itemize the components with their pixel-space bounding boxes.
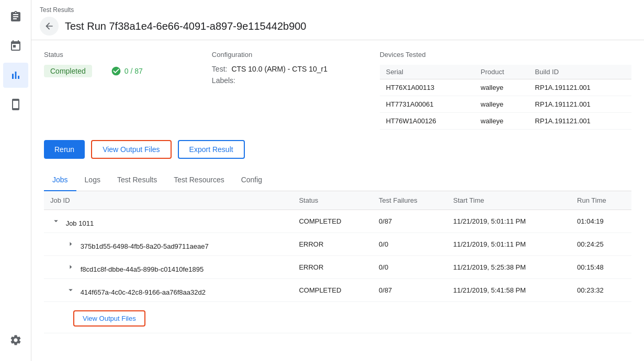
- device-serial: HT7731A00061: [380, 96, 474, 113]
- sidebar-item-phone[interactable]: [3, 92, 28, 117]
- job-status-cell: COMPLETED: [292, 279, 372, 302]
- jobs-col-runtime: Run Time: [571, 191, 631, 210]
- device-row: HT76X1A00113 walleye RP1A.191121.001: [380, 79, 631, 96]
- breadcrumb: Test Results: [40, 6, 631, 14]
- job-start-cell: 11/21/2019, 5:25:38 PM: [447, 256, 571, 279]
- status-badge: Completed: [44, 65, 92, 77]
- chart-icon: [9, 69, 22, 81]
- jobs-table: Job ID Status Test Failures Start Time R…: [44, 191, 631, 333]
- sub-row: 375b1d55-6498-4fb5-8a20-5ad9711aeae7 ERR…: [44, 233, 631, 256]
- config-labels-row: Labels:: [212, 76, 380, 85]
- expand-button[interactable]: [65, 261, 76, 273]
- view-output-files-row: View Output Files: [44, 302, 631, 333]
- job-failures-cell: 0/0: [372, 233, 447, 256]
- job-start-cell: 11/21/2019, 5:41:58 PM: [447, 279, 571, 302]
- devices-col-serial: Serial: [380, 65, 474, 79]
- jobs-col-id: Job ID: [44, 191, 292, 210]
- device-build-id: RP1A.191121.001: [529, 113, 631, 130]
- device-serial: HT76X1A00113: [380, 79, 474, 96]
- sidebar-item-chart[interactable]: [3, 63, 28, 88]
- action-buttons: Rerun View Output Files Export Result: [44, 140, 631, 159]
- job-id-cell: 375b1d55-6498-4fb5-8a20-5ad9711aeae7: [44, 233, 292, 256]
- sub-row: 414f657a-4c0c-42c8-9166-aa76f8aa32d2 COM…: [44, 279, 631, 302]
- content-area: Status Completed 0 / 87 Configuration Te…: [31, 40, 644, 361]
- job-id-label: 375b1d55-6498-4fb5-8a20-5ad9711aeae7: [81, 242, 209, 250]
- job-id-label: 414f657a-4c0c-42c8-9166-aa76f8aa32d2: [81, 288, 206, 296]
- device-serial: HT76W1A00126: [380, 113, 474, 130]
- pass-indicator: 0 / 87: [111, 66, 143, 76]
- status-block: Status Completed 0 / 87: [44, 51, 212, 130]
- job-start-cell: 11/21/2019, 5:01:11 PM: [447, 233, 571, 256]
- job-runtime-cell: 01:04:19: [571, 210, 631, 233]
- device-product: walleye: [474, 113, 529, 130]
- view-output-files-button[interactable]: View Output Files: [91, 140, 171, 159]
- config-test-label: Test:: [212, 65, 228, 73]
- job-failures-cell: 0/87: [372, 210, 447, 233]
- device-product: walleye: [474, 79, 529, 96]
- main-content: Test Results Test Run 7f38a1e4-6e66-4091…: [31, 0, 644, 361]
- job-runtime-cell: 00:15:48: [571, 256, 631, 279]
- jobs-col-failures: Test Failures: [372, 191, 447, 210]
- page-title: Test Run 7f38a1e4-6e66-4091-a897-9e11544…: [65, 20, 307, 32]
- devices-block: Devices Tested Serial Product Build ID H…: [380, 51, 631, 130]
- jobs-col-status: Status: [292, 191, 372, 210]
- settings-icon: [9, 334, 22, 346]
- job-status-cell: ERROR: [292, 256, 372, 279]
- device-row: HT7731A00061 walleye RP1A.191121.001: [380, 96, 631, 113]
- job-id-cell: f8cd1c8f-dbbe-44a5-899b-c01410fe1895: [44, 256, 292, 279]
- phone-icon: [9, 98, 22, 111]
- collapse-button[interactable]: [50, 215, 62, 227]
- status-title: Status: [44, 51, 212, 59]
- job-start-cell: 11/21/2019, 5:01:11 PM: [447, 210, 571, 233]
- job-id-cell: 414f657a-4c0c-42c8-9166-aa76f8aa32d2: [44, 279, 292, 302]
- back-button[interactable]: [40, 17, 59, 36]
- device-product: walleye: [474, 96, 529, 113]
- sidebar-item-clipboard[interactable]: [3, 4, 28, 29]
- view-output-files-cell: View Output Files: [44, 302, 631, 333]
- devices-title: Devices Tested: [380, 51, 631, 59]
- job-runtime-cell: 00:24:25: [571, 233, 631, 256]
- tab-jobs[interactable]: Jobs: [44, 169, 76, 191]
- rerun-button[interactable]: Rerun: [44, 140, 85, 159]
- job-status-cell: ERROR: [292, 233, 372, 256]
- config-labels-label: Labels:: [212, 76, 235, 85]
- device-build-id: RP1A.191121.001: [529, 79, 631, 96]
- config-test-row: Test: CTS 10.0 (ARM) - CTS 10_r1: [212, 65, 380, 73]
- job-status-cell: COMPLETED: [292, 210, 372, 233]
- job-id-label: f8cd1c8f-dbbe-44a5-899b-c01410fe1895: [81, 265, 204, 273]
- expand-button[interactable]: [65, 238, 76, 250]
- collapse-button[interactable]: [65, 284, 76, 296]
- config-title: Configuration: [212, 51, 380, 59]
- tab-logs[interactable]: Logs: [76, 169, 109, 191]
- job-failures-cell: 0/0: [372, 256, 447, 279]
- tabs: JobsLogsTest ResultsTest ResourcesConfig: [44, 169, 631, 191]
- sidebar: [0, 0, 31, 361]
- devices-table: Serial Product Build ID HT76X1A00113 wal…: [380, 65, 631, 130]
- device-build-id: RP1A.191121.001: [529, 96, 631, 113]
- export-result-button[interactable]: Export Result: [178, 140, 245, 159]
- job-row: Job 1011 COMPLETED 0/87 11/21/2019, 5:01…: [44, 210, 631, 233]
- devices-col-product: Product: [474, 65, 529, 79]
- view-output-files-small-button[interactable]: View Output Files: [73, 310, 145, 327]
- job-runtime-cell: 00:23:32: [571, 279, 631, 302]
- tab-test-resources[interactable]: Test Resources: [165, 169, 232, 191]
- device-row: HT76W1A00126 walleye RP1A.191121.001: [380, 113, 631, 130]
- clipboard-icon: [9, 10, 22, 23]
- header: Test Results Test Run 7f38a1e4-6e66-4091…: [31, 0, 644, 40]
- tab-config[interactable]: Config: [233, 169, 270, 191]
- sidebar-item-calendar[interactable]: [3, 33, 28, 59]
- job-failures-cell: 0/87: [372, 279, 447, 302]
- job-id-label: Job 1011: [66, 219, 94, 227]
- sub-row: f8cd1c8f-dbbe-44a5-899b-c01410fe1895 ERR…: [44, 256, 631, 279]
- config-block: Configuration Test: CTS 10.0 (ARM) - CTS…: [212, 51, 380, 130]
- back-arrow-icon: [44, 21, 54, 31]
- job-id-cell: Job 1011: [44, 210, 292, 233]
- jobs-col-start: Start Time: [447, 191, 571, 210]
- calendar-icon: [9, 40, 22, 52]
- info-section: Status Completed 0 / 87 Configuration Te…: [44, 51, 631, 130]
- devices-col-build: Build ID: [529, 65, 631, 79]
- config-test-value: CTS 10.0 (ARM) - CTS 10_r1: [231, 65, 327, 73]
- sidebar-item-settings[interactable]: [3, 328, 28, 353]
- pass-count: 0 / 87: [125, 67, 143, 75]
- tab-test-results[interactable]: Test Results: [109, 169, 165, 191]
